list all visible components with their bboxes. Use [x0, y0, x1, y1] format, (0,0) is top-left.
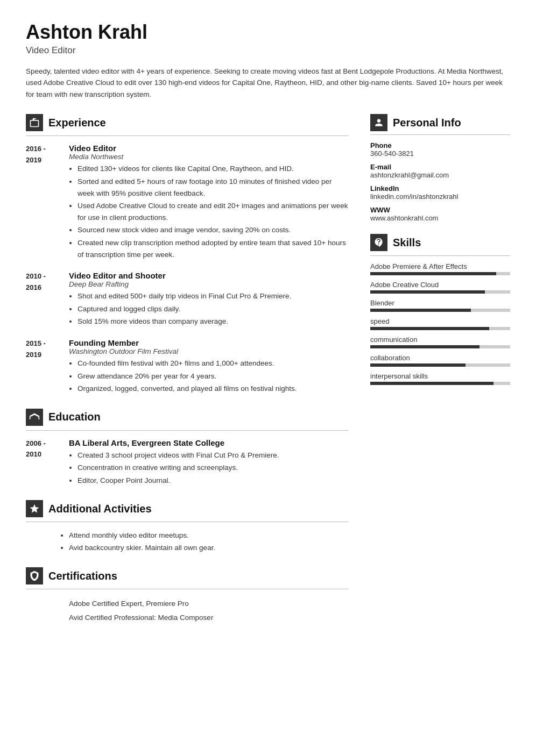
edu-bullets-1: Created 3 school project videos with Fin…: [69, 450, 349, 487]
personal-info-title: Personal Info: [393, 117, 461, 129]
activities-title: Additional Activities: [48, 503, 152, 515]
skill-item-2: Blender: [370, 299, 510, 312]
experience-icon: [26, 114, 43, 131]
exp-content-1: Video Editor Media Northwest Edited 130+…: [69, 144, 349, 261]
left-column: Experience 2016 - 2019 Video Editor Medi…: [26, 114, 349, 637]
exp-company-2: Deep Bear Rafting: [69, 280, 349, 288]
bullet: Created 3 school project videos with Fin…: [77, 450, 349, 461]
skill-bar-bg-3: [370, 327, 510, 330]
skills-divider: [370, 255, 510, 256]
education-section-header: Education: [26, 409, 349, 426]
activity-bullet-1: Attend monthly video editor meetups.: [69, 530, 349, 542]
activities-divider: [26, 522, 349, 522]
skill-item-4: communication: [370, 336, 510, 348]
activities-section: Additional Activities Attend monthly vid…: [26, 500, 349, 554]
info-linkedin: LinkedIn linkedin.com/in/ashtonzkrahl: [370, 184, 510, 201]
exp-entry-1: 2016 - 2019 Video Editor Media Northwest…: [26, 144, 349, 261]
bullet: Concentration in creative writing and sc…: [77, 462, 349, 474]
skill-name-1: Adobe Creative Cloud: [370, 281, 510, 289]
skill-item-6: interpersonal skills: [370, 372, 510, 385]
edu-title-1: BA Liberal Arts, Evergreen State College: [69, 438, 349, 447]
skill-name-5: collaboration: [370, 354, 510, 362]
skill-bar-bg-0: [370, 272, 510, 275]
info-www: WWW www.ashtonkrahl.com: [370, 206, 510, 222]
skill-bar-fill-3: [370, 327, 489, 330]
bullet: Sold 15% more videos than company averag…: [77, 316, 349, 327]
exp-bullets-3: Co-founded film festival with 20+ films …: [69, 358, 349, 395]
info-phone: Phone 360-540-3821: [370, 141, 510, 158]
exp-title-1: Video Editor: [69, 144, 349, 153]
edu-content-1: BA Liberal Arts, Evergreen State College…: [69, 438, 349, 488]
right-column: Personal Info Phone 360-540-3821 E-mail …: [370, 114, 510, 637]
skill-item-3: speed: [370, 317, 510, 330]
activities-bullets: Attend monthly video editor meetups. Avi…: [26, 530, 349, 554]
exp-bullets-1: Edited 130+ videos for clients like Capi…: [69, 163, 349, 260]
education-title: Education: [48, 411, 101, 423]
bullet: Organized, logged, converted, and played…: [77, 383, 349, 395]
skill-bar-fill-0: [370, 272, 496, 275]
certifications-divider: [26, 589, 349, 589]
exp-title-3: Founding Member: [69, 338, 349, 347]
skill-name-4: communication: [370, 336, 510, 344]
job-title: Video Editor: [26, 45, 510, 56]
experience-section-header: Experience: [26, 114, 349, 131]
exp-dates-3: 2015 - 2019: [26, 338, 69, 396]
exp-entry-2: 2010 - 2016 Video Editor and Shooter Dee…: [26, 271, 349, 329]
exp-dates-2: 2010 - 2016: [26, 271, 69, 329]
bullet: Co-founded film festival with 20+ films …: [77, 358, 349, 369]
skill-item-5: collaboration: [370, 354, 510, 367]
experience-section: Experience 2016 - 2019 Video Editor Medi…: [26, 114, 349, 395]
exp-title-2: Video Editor and Shooter: [69, 271, 349, 280]
exp-entry-3: 2015 - 2019 Founding Member Washington O…: [26, 338, 349, 396]
bullet: Edited 130+ videos for clients like Capi…: [77, 163, 349, 175]
experience-divider: [26, 135, 349, 136]
experience-title: Experience: [48, 117, 106, 129]
skill-bar-bg-2: [370, 309, 510, 312]
exp-company-1: Media Northwest: [69, 153, 349, 161]
certifications-section-header: Certifications: [26, 567, 349, 584]
certifications-section: Certifications Adobe Certified Expert, P…: [26, 567, 349, 624]
candidate-name: Ashton Krahl: [26, 22, 510, 43]
bullet: Grew attendance 20% per year for 4 years…: [77, 370, 349, 382]
bullet: Captured and logged clips daily.: [77, 303, 349, 315]
skill-item-1: Adobe Creative Cloud: [370, 281, 510, 294]
bullet: Editor, Cooper Point Journal.: [77, 475, 349, 487]
skill-name-3: speed: [370, 317, 510, 325]
education-icon: [26, 409, 43, 426]
personal-info-icon: [370, 114, 387, 131]
bullet: Sourced new stock video and image vendor…: [77, 224, 349, 236]
resume-header: Ashton Krahl Video Editor: [26, 22, 510, 56]
skill-name-2: Blender: [370, 299, 510, 307]
bullet: Used Adobe Creative Cloud to create and …: [77, 200, 349, 223]
exp-content-2: Video Editor and Shooter Deep Bear Rafti…: [69, 271, 349, 329]
skill-bar-bg-1: [370, 290, 510, 294]
activity-bullet-2: Avid backcountry skier. Maintain all own…: [69, 542, 349, 554]
bullet: Sorted and edited 5+ hours of raw footag…: [77, 176, 349, 199]
skill-bar-fill-1: [370, 290, 485, 294]
activities-icon: [26, 500, 43, 517]
certifications-title: Certifications: [48, 570, 117, 582]
exp-content-3: Founding Member Washington Outdoor Film …: [69, 338, 349, 396]
edu-dates-1: 2006 - 2010: [26, 438, 69, 488]
info-email: E-mail ashtonzkrahl@gmail.com: [370, 163, 510, 179]
skill-item-0: Adobe Premiere & After Effects: [370, 262, 510, 275]
skills-section: Skills Adobe Premiere & After Effects Ad…: [370, 234, 510, 385]
skills-title: Skills: [393, 237, 421, 249]
skill-bar-fill-5: [370, 363, 466, 367]
cert-item-1: Adobe Certified Expert, Premiere Pro: [69, 597, 349, 611]
skill-name-6: interpersonal skills: [370, 372, 510, 380]
exp-dates-1: 2016 - 2019: [26, 144, 69, 261]
skill-bar-bg-5: [370, 363, 510, 367]
skills-section-header: Skills: [370, 234, 510, 251]
skill-bar-fill-6: [370, 382, 493, 385]
skill-bar-bg-4: [370, 345, 510, 348]
certifications-icon: [26, 567, 43, 584]
skill-name-0: Adobe Premiere & After Effects: [370, 262, 510, 270]
exp-bullets-2: Shot and edited 500+ daily trip videos i…: [69, 290, 349, 327]
summary-text: Speedy, talented video editor with 4+ ye…: [26, 66, 510, 101]
education-divider: [26, 430, 349, 431]
skill-bar-fill-2: [370, 309, 471, 312]
skill-bar-bg-6: [370, 382, 510, 385]
exp-company-3: Washington Outdoor Film Festival: [69, 347, 349, 355]
skills-icon: [370, 234, 387, 251]
